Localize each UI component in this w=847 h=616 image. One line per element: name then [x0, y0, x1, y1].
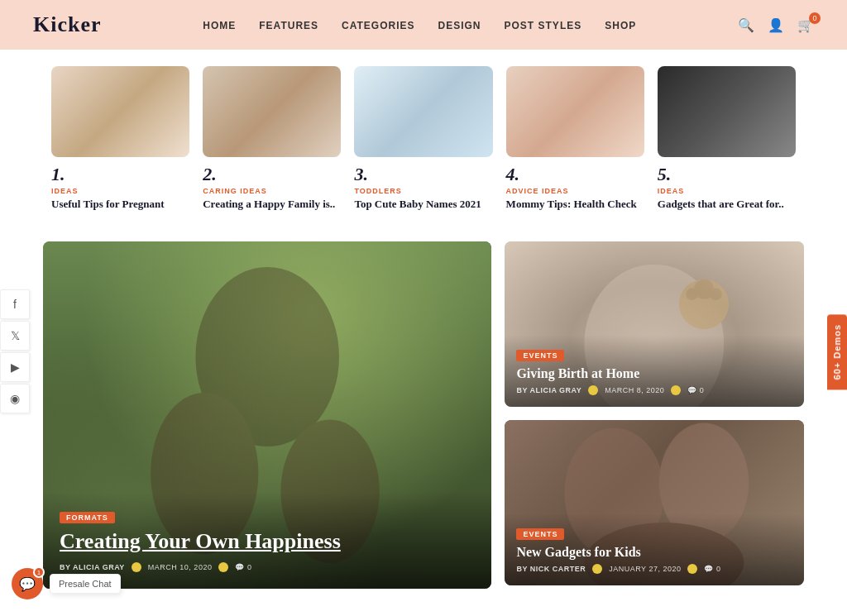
side-badge-1: EVENTS	[516, 350, 564, 361]
ranked-post-2[interactable]: 2. CARING IDEAS Creating a Happy Family …	[203, 66, 341, 212]
nav-categories[interactable]: CATEGORIES	[342, 20, 414, 31]
rank-title-4: Mommy Tips: Health Check	[506, 198, 644, 212]
side-title-1[interactable]: Giving Birth at Home	[516, 366, 792, 381]
featured-meta: BY ALICIA GRAY MARCH 10, 2020 💬 0	[60, 562, 475, 572]
side-dot-4	[687, 564, 697, 574]
side-meta-2: BY NICK CARTER JANUARY 27, 2020 💬 0	[516, 564, 792, 574]
rank-categories-5: IDEAS	[658, 187, 796, 195]
side-post-2[interactable]: EVENTS New Gadgets for Kids BY NICK CART…	[505, 420, 804, 585]
bottom-grid: FORMATS Creating Your Own Happiness BY A…	[43, 241, 804, 589]
twitter-button[interactable]: 𝕏	[0, 321, 30, 351]
side-dot-2	[671, 385, 681, 395]
chat-button[interactable]: 💬 1	[12, 568, 43, 599]
featured-date: MARCH 10, 2020	[148, 563, 213, 571]
nav-icons: 🔍 👤 🛒 0	[738, 17, 814, 33]
nav-design[interactable]: DESIGN	[438, 20, 481, 31]
side-date-2: JANUARY 27, 2020	[609, 565, 681, 573]
side-author-2: BY NICK CARTER	[516, 565, 586, 573]
right-column: EVENTS Giving Birth at Home BY ALICIA GR…	[505, 241, 804, 585]
side-post-1[interactable]: EVENTS Giving Birth at Home BY ALICIA GR…	[505, 241, 804, 407]
rank-title-3: Top Cute Baby Names 2021	[354, 198, 492, 212]
meta-dot-2	[218, 562, 228, 572]
ranked-post-3[interactable]: 3. TODDLERS Top Cute Baby Names 2021	[354, 66, 492, 212]
cart-badge: 0	[809, 12, 821, 24]
side-meta-1: BY ALICIA GRAY MARCH 8, 2020 💬 0	[516, 385, 792, 395]
chat-notification: 1	[33, 566, 45, 578]
side-author-1: BY ALICIA GRAY	[516, 386, 581, 394]
logo[interactable]: Kicker	[33, 12, 102, 37]
side-dot-1	[588, 385, 598, 395]
side-title-2[interactable]: New Gadgets for Kids	[516, 545, 792, 560]
social-sidebar: f 𝕏 ▶ ◉	[0, 289, 30, 413]
search-button[interactable]: 🔍	[738, 17, 754, 33]
ranked-post-4[interactable]: 4. ADVICE IDEAS Mommy Tips: Health Check	[506, 66, 644, 212]
youtube-button[interactable]: ▶	[0, 352, 30, 382]
nav-post-styles[interactable]: POST STYLES	[505, 20, 582, 31]
side-post-1-overlay: EVENTS Giving Birth at Home BY ALICIA GR…	[505, 335, 804, 407]
svg-point-7	[711, 288, 722, 299]
featured-title[interactable]: Creating Your Own Happiness	[60, 528, 475, 556]
side-post-2-overlay: EVENTS New Gadgets for Kids BY NICK CART…	[505, 513, 804, 585]
main-content: 1. IDEAS Useful Tips for Pregnant 2. CAR…	[26, 50, 821, 605]
rank-number-2: 2.	[203, 164, 341, 185]
navigation: Kicker HOME FEATURES CATEGORIES DESIGN P…	[0, 0, 847, 50]
cart-button[interactable]: 🛒 0	[797, 17, 814, 33]
nav-menu: HOME FEATURES CATEGORIES DESIGN POST STY…	[203, 17, 636, 32]
ranked-post-5[interactable]: 5. IDEAS Gadgets that are Great for..	[658, 66, 796, 212]
side-comments-2: 💬 0	[704, 565, 720, 573]
demos-tab[interactable]: 60+ Demos	[827, 314, 847, 389]
rank-number-5: 5.	[658, 164, 796, 185]
nav-home[interactable]: HOME	[203, 20, 236, 31]
side-date-1: MARCH 8, 2020	[605, 386, 664, 394]
rank-categories-3: TODDLERS	[354, 187, 492, 195]
featured-badge: FORMATS	[60, 512, 115, 523]
side-comments-1: 💬 0	[687, 386, 704, 394]
rank-title-1: Useful Tips for Pregnant	[51, 198, 189, 212]
meta-dot-1	[132, 562, 141, 572]
rank-title-2: Creating a Happy Family is..	[203, 198, 341, 212]
svg-point-6	[687, 288, 698, 299]
featured-comments: 💬 0	[235, 563, 251, 571]
instagram-button[interactable]: ◉	[0, 384, 30, 413]
side-dot-3	[592, 564, 602, 574]
rank-categories-1: IDEAS	[51, 187, 189, 195]
ranked-posts-row: 1. IDEAS Useful Tips for Pregnant 2. CAR…	[43, 66, 804, 212]
rank-categories-4: ADVICE IDEAS	[506, 187, 644, 195]
featured-post[interactable]: FORMATS Creating Your Own Happiness BY A…	[43, 241, 491, 589]
chat-widget: 💬 1 Presale Chat	[12, 568, 121, 599]
facebook-button[interactable]: f	[0, 289, 30, 319]
rank-number-4: 4.	[506, 164, 644, 185]
rank-number-3: 3.	[354, 164, 492, 185]
side-badge-2: EVENTS	[516, 528, 564, 540]
nav-shop[interactable]: SHOP	[605, 20, 636, 31]
rank-categories-2: CARING IDEAS	[203, 187, 341, 195]
rank-title-5: Gadgets that are Great for..	[658, 198, 796, 212]
nav-features[interactable]: FEATURES	[259, 20, 318, 31]
ranked-post-1[interactable]: 1. IDEAS Useful Tips for Pregnant	[51, 66, 189, 212]
user-button[interactable]: 👤	[768, 17, 784, 33]
chat-label[interactable]: Presale Chat	[50, 574, 121, 594]
rank-number-1: 1.	[51, 164, 189, 185]
